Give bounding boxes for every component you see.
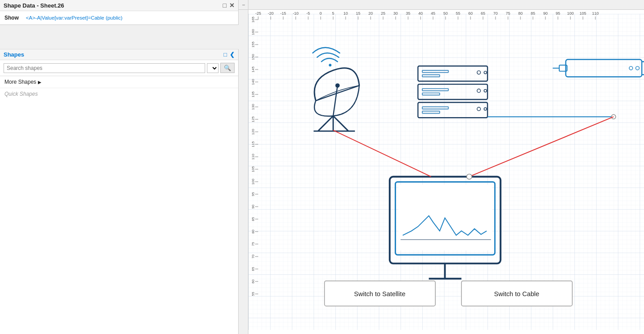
svg-point-8 xyxy=(329,64,331,66)
ruler-left-svg xyxy=(239,10,248,334)
search-dropdown[interactable] xyxy=(207,63,219,73)
shapes-collapse-icon[interactable]: ❮ xyxy=(230,51,235,58)
shape-data-panel: Shape Data - Sheet.26 □ ✕ Show <A>-A|Val… xyxy=(0,0,239,25)
shape-data-title-bar: Shape Data - Sheet.26 □ ✕ xyxy=(0,0,238,11)
more-shapes-label: More Shapes xyxy=(4,79,36,85)
ruler-top xyxy=(248,0,644,10)
show-value: <A>-A|Value[var:varPreset]=Cable (public… xyxy=(26,15,123,20)
ruler-corner: − xyxy=(239,0,248,10)
switch-to-satellite-button: Switch to Satellite xyxy=(354,290,405,297)
more-shapes-arrow-icon: ▶ xyxy=(38,80,41,85)
shape-data-title: Shape Data - Sheet.26 xyxy=(4,2,64,9)
diagram-svg: Switch to Satellite Switch to Cable xyxy=(248,10,644,334)
shapes-title-actions: □ ❮ xyxy=(223,51,235,58)
svg-point-25 xyxy=(611,114,616,119)
panel-content: Show <A>-A|Value[var:varPreset]=Cable (p… xyxy=(0,11,238,24)
grid-canvas[interactable]: Switch to Satellite Switch to Cable -25-… xyxy=(248,10,644,334)
shapes-title: Shapes xyxy=(4,51,24,58)
shapes-maximize-icon[interactable]: □ xyxy=(223,51,227,58)
show-row: Show <A>-A|Value[var:varPreset]=Cable (p… xyxy=(4,14,234,22)
close-icon[interactable]: ✕ xyxy=(229,2,235,9)
search-button[interactable]: 🔍 xyxy=(220,63,235,73)
shapes-panel: Shapes □ ❮ 🔍 More Shapes ▶ Quick Shapes xyxy=(0,49,239,334)
quick-shapes-label: Quick Shapes xyxy=(0,88,238,100)
search-input[interactable] xyxy=(4,63,205,73)
svg-point-39 xyxy=(466,174,472,179)
svg-point-7 xyxy=(335,83,340,88)
canvas-area: − xyxy=(239,0,644,334)
more-shapes-item[interactable]: More Shapes ▶ xyxy=(0,76,238,88)
ruler-top-svg xyxy=(248,0,644,10)
svg-rect-33 xyxy=(398,184,492,250)
show-label: Show xyxy=(4,15,22,21)
maximize-icon[interactable]: □ xyxy=(223,2,227,9)
switch-to-cable-button: Switch to Cable xyxy=(494,290,540,297)
panel-title-actions: □ ✕ xyxy=(223,2,235,9)
search-bar: 🔍 xyxy=(0,60,238,76)
ruler-left xyxy=(239,10,248,334)
svg-rect-1 xyxy=(248,14,644,330)
shapes-title-bar: Shapes □ ❮ xyxy=(0,49,238,60)
ruler-minus[interactable]: − xyxy=(239,0,248,10)
